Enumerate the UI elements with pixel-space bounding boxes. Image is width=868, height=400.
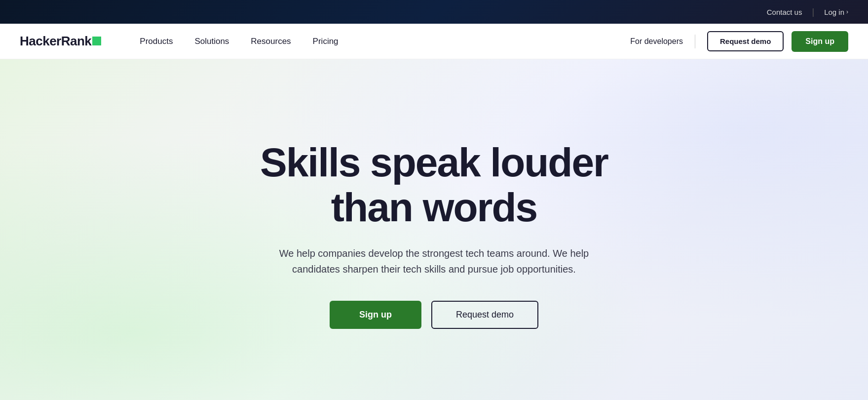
login-arrow-icon: › [846, 8, 848, 15]
nav-links: Products Solutions Resources Pricing [131, 33, 630, 50]
login-link[interactable]: Log in › [824, 8, 848, 16]
signup-hero-button[interactable]: Sign up [330, 301, 421, 329]
nav-products[interactable]: Products [131, 33, 182, 50]
nav-pricing[interactable]: Pricing [304, 33, 347, 50]
hero-subtext: We help companies develop the strongest … [262, 245, 607, 277]
hero-buttons: Sign up Request demo [330, 301, 538, 329]
nav-right: For developers Request demo Sign up [630, 31, 848, 52]
contact-us-link[interactable]: Contact us [767, 8, 802, 16]
logo[interactable]: HackerRank [20, 34, 101, 49]
request-demo-button[interactable]: Request demo [707, 31, 784, 51]
main-nav: HackerRank Products Solutions Resources … [0, 24, 868, 59]
request-demo-hero-button[interactable]: Request demo [431, 301, 538, 329]
hero-section: Skills speak louder than words We help c… [0, 59, 868, 400]
nav-divider [695, 35, 695, 48]
hero-headline: Skills speak louder than words [260, 140, 608, 229]
nav-solutions[interactable]: Solutions [186, 33, 238, 50]
signup-nav-button[interactable]: Sign up [792, 31, 848, 52]
top-bar: Contact us | Log in › [0, 0, 868, 24]
login-label: Log in [824, 8, 844, 16]
logo-text: HackerRank [20, 34, 101, 49]
for-developers-link[interactable]: For developers [630, 37, 683, 46]
hero-headline-line1: Skills speak louder [260, 140, 608, 185]
top-bar-divider: | [812, 7, 814, 17]
hero-headline-line2: than words [331, 185, 537, 230]
logo-square-icon [92, 37, 101, 45]
nav-resources[interactable]: Resources [242, 33, 300, 50]
